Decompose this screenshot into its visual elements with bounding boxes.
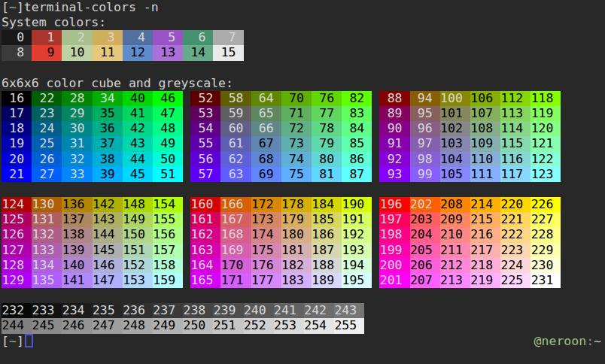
prompt-bracket-close: ] [17,0,24,14]
color-cell-194: 194 [342,258,372,273]
color-cell-34: 34 [93,91,123,106]
terminal-screen[interactable]: [~]terminal-colors -n System colors: 012… [0,0,605,364]
color-cell-40: 40 [123,91,153,106]
system-colors-row-1: 01234567 [2,30,244,45]
color-cell-79: 79 [312,136,342,151]
color-cell-47: 47 [153,106,183,121]
color-cell-208: 208 [440,197,470,212]
color-cell-229: 229 [531,243,561,258]
color-cell-239: 239 [213,303,243,318]
prompt-home: ~ [9,0,17,14]
color-cell-81: 81 [312,167,342,182]
color-cell-140: 140 [62,258,92,273]
color-cell-168: 168 [220,227,251,242]
color-cell-96: 96 [410,121,440,136]
prompt-bracket-close: ] [17,334,24,348]
color-cell-26: 26 [32,152,62,167]
color-cell-128: 128 [2,258,32,273]
system-colors-label: System colors: [2,15,106,30]
color-cell-121: 121 [531,136,561,151]
cube-label: 6x6x6 color cube and greyscale: [2,76,233,91]
color-cell-210: 210 [440,227,470,242]
color-cell-242: 242 [304,303,334,318]
color-cell-248: 248 [123,318,153,333]
prompt-bracket-open: [ [2,334,9,348]
color-cell-91: 91 [379,136,409,151]
color-cell-211: 211 [440,243,470,258]
color-cell-165: 165 [190,273,220,288]
color-cell-63: 63 [220,167,251,182]
color-cell-94: 94 [410,91,440,106]
color-cell-251: 251 [213,318,243,333]
color-cell-122: 122 [531,152,561,167]
color-cell-175: 175 [251,243,281,258]
color-cell-104: 104 [440,152,470,167]
color-cell-253: 253 [274,318,304,333]
color-cell-113: 113 [500,106,531,121]
color-cell-234: 234 [62,303,92,318]
color-cell-8: 8 [2,45,32,60]
color-cell-158: 158 [153,258,183,273]
color-cell-46: 46 [153,91,183,106]
color-cell-45: 45 [123,167,153,182]
color-cell-50: 50 [153,152,183,167]
color-cell-217: 217 [470,243,500,258]
color-cell-43: 43 [123,136,153,151]
color-cell-6: 6 [183,30,213,45]
color-cell-203: 203 [410,212,440,227]
color-cell-213: 213 [440,273,470,288]
color-cell-167: 167 [220,212,251,227]
color-cell-69: 69 [251,167,281,182]
greyscale-row-2: 244245246247248249250251252253254255 [2,318,364,333]
prompt-line: [~] @neroon:~ [2,334,601,349]
cube-block-160: 1601661721781841901611671731791851911621… [190,197,372,288]
color-cell-181: 181 [281,243,312,258]
color-cell-11: 11 [93,45,123,60]
color-cell-0: 0 [2,30,32,45]
color-cell-25: 25 [32,136,62,151]
color-cell-132: 132 [32,227,62,242]
color-cell-195: 195 [342,273,372,288]
color-cell-32: 32 [62,152,92,167]
color-cell-109: 109 [470,136,500,151]
color-cell-41: 41 [123,106,153,121]
color-cell-246: 246 [62,318,92,333]
color-cell-176: 176 [251,258,281,273]
system-colors-row-2: 89101112131415 [2,45,244,60]
command-text: terminal-colors -n [24,0,159,14]
color-cell-4: 4 [123,30,153,45]
color-cell-31: 31 [62,136,92,151]
color-cell-85: 85 [342,136,372,151]
color-cell-28: 28 [62,91,92,106]
color-cell-15: 15 [213,45,243,60]
greyscale-row-1: 232233234235236237238239240241242243 [2,303,364,318]
color-cell-214: 214 [470,197,500,212]
color-cell-77: 77 [312,106,342,121]
cube-block-52: 5258647076825359657177835460667278845561… [190,91,372,182]
cube-block-88: 8894100106112118899510110711311990961021… [379,91,561,182]
color-cell-240: 240 [244,303,274,318]
color-cell-187: 187 [312,243,342,258]
status-right: @neroon:~ [534,334,601,349]
color-cell-36: 36 [93,121,123,136]
color-cell-82: 82 [342,91,372,106]
color-cell-134: 134 [32,258,62,273]
color-cell-24: 24 [32,121,62,136]
color-cell-237: 237 [153,303,183,318]
color-cell-233: 233 [32,303,62,318]
color-cell-133: 133 [32,243,62,258]
color-cell-93: 93 [379,167,409,182]
color-cell-95: 95 [410,106,440,121]
color-cell-200: 200 [379,258,409,273]
color-cell-149: 149 [123,212,153,227]
color-cell-120: 120 [531,121,561,136]
color-cell-16: 16 [2,91,32,106]
color-cell-114: 114 [500,121,531,136]
color-cell-139: 139 [62,243,92,258]
color-cell-196: 196 [379,197,409,212]
color-cell-97: 97 [410,136,440,151]
color-cell-136: 136 [62,197,92,212]
cube-band-2: 1241301361421481541251311371431491551261… [2,197,561,288]
color-cell-118: 118 [531,91,561,106]
color-cell-204: 204 [410,227,440,242]
